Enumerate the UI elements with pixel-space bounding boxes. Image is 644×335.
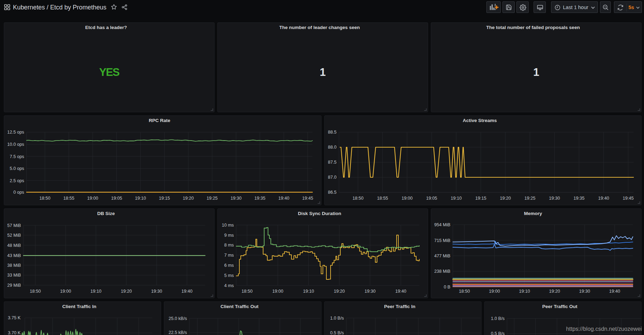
svg-text:19:40: 19:40 bbox=[395, 289, 406, 294]
svg-text:52 MiB: 52 MiB bbox=[7, 233, 21, 238]
svg-text:3.70 K: 3.70 K bbox=[8, 330, 21, 335]
svg-text:6 ms: 6 ms bbox=[224, 263, 234, 268]
svg-text:19:25: 19:25 bbox=[207, 196, 218, 201]
svg-text:19:10: 19:10 bbox=[451, 196, 462, 201]
svg-text:1.0 B/s: 1.0 B/s bbox=[491, 316, 505, 321]
svg-text:1.0 B/s: 1.0 B/s bbox=[330, 316, 344, 321]
svg-text:0.5 B/s: 0.5 B/s bbox=[330, 330, 344, 335]
svg-text:18:50: 18:50 bbox=[459, 289, 470, 294]
svg-text:18:55: 18:55 bbox=[63, 196, 74, 201]
svg-text:4 ms: 4 ms bbox=[224, 283, 234, 288]
svg-text:86.5: 86.5 bbox=[328, 190, 337, 195]
svg-text:7 ms: 7 ms bbox=[224, 253, 234, 258]
svg-text:7.5 ops: 7.5 ops bbox=[10, 154, 24, 159]
svg-text:87.0: 87.0 bbox=[328, 175, 337, 180]
svg-text:19:30: 19:30 bbox=[549, 196, 560, 201]
svg-text:18:55: 18:55 bbox=[377, 196, 388, 201]
svg-text:19:15: 19:15 bbox=[475, 196, 486, 201]
svg-text:19:30: 19:30 bbox=[364, 289, 376, 294]
svg-text:48 MiB: 48 MiB bbox=[7, 243, 21, 248]
svg-text:10 ms: 10 ms bbox=[222, 223, 234, 228]
svg-text:5.0 ops: 5.0 ops bbox=[10, 166, 24, 171]
svg-text:19:40: 19:40 bbox=[598, 196, 609, 201]
svg-text:19:00: 19:00 bbox=[60, 289, 71, 294]
svg-text:18:50: 18:50 bbox=[241, 289, 253, 294]
svg-text:3.75 K: 3.75 K bbox=[8, 315, 21, 320]
svg-text:19:10: 19:10 bbox=[135, 196, 146, 201]
svg-text:19:30: 19:30 bbox=[151, 289, 162, 294]
svg-text:8 ms: 8 ms bbox=[224, 243, 234, 248]
svg-text:18:50: 18:50 bbox=[39, 196, 51, 201]
svg-text:19:20: 19:20 bbox=[183, 196, 194, 201]
svg-text:43 MiB: 43 MiB bbox=[7, 253, 21, 258]
svg-text:19:10: 19:10 bbox=[519, 289, 530, 294]
svg-text:19:20: 19:20 bbox=[334, 289, 345, 294]
svg-text:29 MiB: 29 MiB bbox=[7, 283, 21, 288]
svg-text:10.0 ops: 10.0 ops bbox=[7, 142, 24, 147]
svg-text:88.5: 88.5 bbox=[328, 130, 337, 135]
svg-text:715 MiB: 715 MiB bbox=[434, 238, 450, 243]
svg-text:0 ops: 0 ops bbox=[13, 190, 24, 195]
svg-text:19:05: 19:05 bbox=[111, 196, 122, 201]
svg-text:19:10: 19:10 bbox=[303, 289, 314, 294]
svg-text:19:45: 19:45 bbox=[302, 196, 313, 201]
svg-text:19:25: 19:25 bbox=[524, 196, 536, 201]
svg-text:38 MiB: 38 MiB bbox=[7, 263, 21, 268]
svg-text:19:15: 19:15 bbox=[159, 196, 170, 201]
svg-text:19:05: 19:05 bbox=[426, 196, 437, 201]
svg-text:57 MiB: 57 MiB bbox=[7, 223, 21, 228]
svg-text:19:00: 19:00 bbox=[401, 196, 413, 201]
svg-text:25.0 kB/s: 25.0 kB/s bbox=[168, 316, 187, 321]
svg-text:19:35: 19:35 bbox=[254, 196, 266, 201]
svg-text:12.5 ops: 12.5 ops bbox=[7, 130, 24, 135]
svg-text:19:20: 19:20 bbox=[121, 289, 132, 294]
svg-text:88.0: 88.0 bbox=[328, 145, 337, 150]
svg-text:0.5 B/s: 0.5 B/s bbox=[491, 331, 505, 335]
svg-text:19:40: 19:40 bbox=[278, 196, 289, 201]
svg-text:5 ms: 5 ms bbox=[224, 273, 234, 278]
svg-text:19:45: 19:45 bbox=[623, 196, 634, 201]
svg-text:19:35: 19:35 bbox=[573, 196, 585, 201]
svg-text:19:20: 19:20 bbox=[549, 289, 560, 294]
svg-text:19:00: 19:00 bbox=[87, 196, 99, 201]
svg-text:22.5 kB/s: 22.5 kB/s bbox=[168, 330, 187, 335]
svg-text:18:50: 18:50 bbox=[353, 196, 364, 201]
svg-text:19:20: 19:20 bbox=[500, 196, 511, 201]
svg-text:19:10: 19:10 bbox=[91, 289, 102, 294]
svg-text:19:00: 19:00 bbox=[489, 289, 500, 294]
svg-text:33 MiB: 33 MiB bbox=[7, 273, 21, 278]
svg-text:954 MiB: 954 MiB bbox=[434, 222, 450, 227]
svg-text:18:50: 18:50 bbox=[30, 289, 41, 294]
svg-text:19:30: 19:30 bbox=[231, 196, 242, 201]
svg-text:19:30: 19:30 bbox=[579, 289, 590, 294]
svg-text:9 ms: 9 ms bbox=[224, 233, 234, 238]
svg-text:0 B: 0 B bbox=[444, 285, 450, 290]
svg-text:19:40: 19:40 bbox=[181, 289, 193, 294]
svg-text:2.5 ops: 2.5 ops bbox=[10, 178, 24, 183]
svg-text:19:40: 19:40 bbox=[609, 289, 620, 294]
svg-text:477 MiB: 477 MiB bbox=[434, 254, 450, 258]
svg-text:87.5: 87.5 bbox=[328, 160, 337, 165]
svg-text:238 MiB: 238 MiB bbox=[434, 269, 450, 274]
svg-text:19:00: 19:00 bbox=[272, 289, 283, 294]
